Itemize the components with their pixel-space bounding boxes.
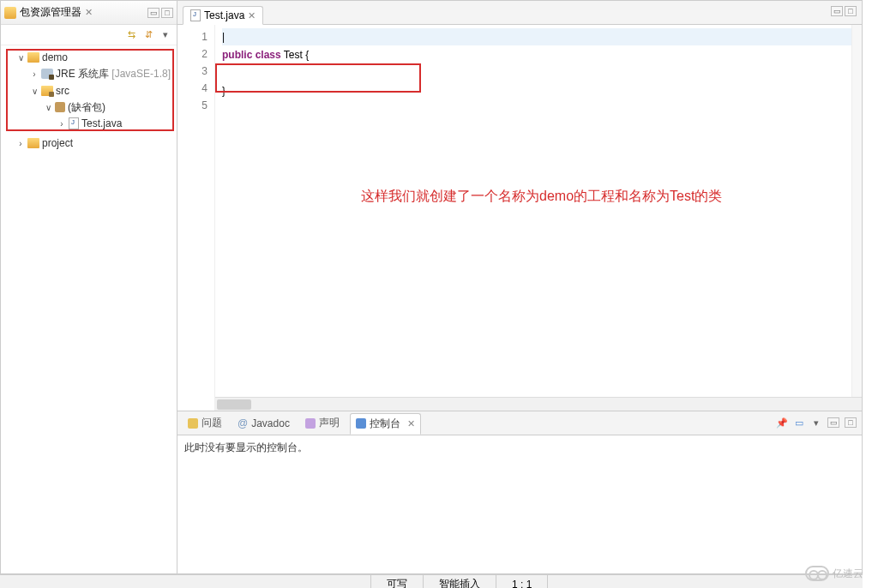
status-cursor-position: 1 : 1 [496, 575, 547, 588]
open-console-icon[interactable]: ▾ [810, 417, 822, 429]
view-menu-icon[interactable]: ▾ [159, 29, 171, 41]
annotation-box-code [215, 63, 421, 93]
editor-tab-test-java[interactable]: Test.java ✕ [183, 6, 263, 25]
project-icon [27, 138, 39, 148]
bottom-panel: 问题 @ Javadoc 声明 控制台 ✕ [177, 411, 862, 573]
watermark-icon [805, 566, 829, 581]
close-console-icon[interactable]: ✕ [407, 418, 415, 429]
project-icon [27, 52, 39, 63]
bottom-tabs: 问题 @ Javadoc 声明 控制台 ✕ [177, 411, 862, 435]
library-icon [41, 69, 53, 79]
status-bar: 可写 智能插入 1 : 1 [0, 574, 863, 588]
package-icon [55, 102, 65, 112]
minimize-bottom-button[interactable]: ▭ [827, 417, 839, 428]
close-tab-icon[interactable]: ✕ [248, 10, 256, 21]
tab-javadoc[interactable]: @ Javadoc [232, 415, 295, 432]
annotation-text: 这样我们就创建了一个名称为demo的工程和名称为Test的类 [361, 188, 722, 205]
display-console-icon[interactable]: ▭ [793, 417, 805, 429]
maximize-view-button[interactable]: □ [161, 8, 173, 18]
console-body: 此时没有要显示的控制台。 [177, 435, 862, 573]
tree-node-test-java[interactable]: › Test.java [57, 116, 175, 131]
pin-console-icon[interactable]: 📌 [776, 417, 788, 429]
code-editor[interactable]: |public class Test { } 这样我们就创建了一个名称为demo… [215, 25, 862, 411]
tree-node-jre[interactable]: › JRE 系统库 [JavaSE-1.8] [30, 66, 175, 81]
status-insert-mode: 智能插入 [423, 575, 496, 588]
tree-node-project[interactable]: › project [16, 135, 175, 151]
collapse-all-icon[interactable]: ⇆ [125, 29, 137, 41]
expand-icon[interactable]: ∨ [44, 103, 52, 112]
close-view-icon[interactable]: ✕ [85, 7, 93, 18]
tree-node-default-package[interactable]: ∨ (缺省包) [44, 99, 175, 115]
java-file-icon [190, 9, 201, 21]
horizontal-scrollbar[interactable] [215, 397, 862, 411]
declaration-icon [305, 418, 316, 429]
expand-icon[interactable]: ∨ [30, 87, 39, 96]
package-explorer: 包资源管理器 ✕ ▭ □ ⇆ ⇵ ▾ ∨ [1, 1, 177, 573]
package-explorer-title: 包资源管理器 [20, 5, 81, 20]
editor-tab-label: Test.java [204, 9, 244, 21]
tab-declaration[interactable]: 声明 [300, 413, 345, 433]
maximize-bottom-button[interactable]: □ [845, 417, 857, 428]
editor-area: Test.java ✕ ▭ □ 1 2 3 4 5 |public class … [177, 1, 862, 573]
source-folder-icon [41, 86, 53, 96]
tree-node-demo[interactable]: ∨ demo [16, 50, 175, 65]
problems-icon [188, 418, 198, 429]
line-number-gutter: 1 2 3 4 5 [177, 25, 215, 411]
status-writable: 可写 [370, 575, 423, 588]
expand-icon[interactable]: › [57, 119, 66, 129]
tab-problems[interactable]: 问题 [183, 413, 227, 433]
minimize-editor-button[interactable]: ▭ [831, 6, 843, 16]
tab-console[interactable]: 控制台 ✕ [350, 413, 421, 435]
package-explorer-header: 包资源管理器 ✕ ▭ □ [1, 1, 177, 25]
package-explorer-toolbar: ⇆ ⇵ ▾ [1, 25, 177, 45]
maximize-editor-button[interactable]: □ [845, 6, 857, 16]
editor-tabs: Test.java ✕ ▭ □ [177, 1, 862, 25]
console-icon [356, 418, 366, 429]
minimize-view-button[interactable]: ▭ [147, 8, 159, 18]
expand-icon[interactable]: › [16, 139, 25, 148]
java-file-icon [69, 117, 79, 129]
expand-icon[interactable]: › [30, 69, 39, 79]
watermark: 亿速云 [805, 566, 863, 581]
link-editor-icon[interactable]: ⇵ [142, 29, 154, 41]
overview-ruler[interactable] [851, 25, 862, 405]
expand-icon[interactable]: ∨ [16, 53, 25, 63]
tree-node-src[interactable]: ∨ src [30, 83, 175, 99]
project-tree: ∨ demo › JRE 系统库 [JavaSE-1.8] [1, 45, 177, 155]
package-explorer-icon [4, 7, 16, 19]
